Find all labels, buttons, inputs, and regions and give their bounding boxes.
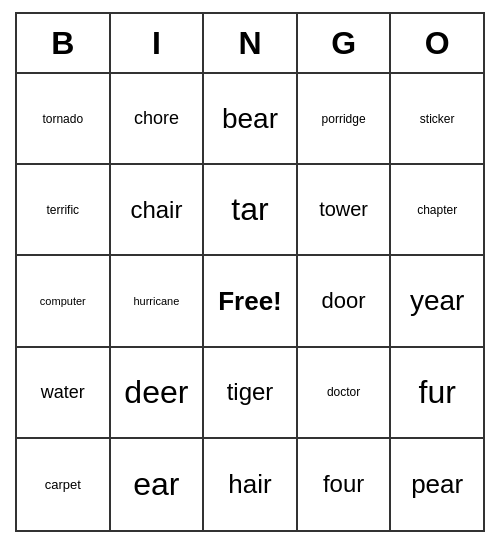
- bingo-cell: hurricane: [111, 256, 205, 347]
- cell-text: terrific: [46, 203, 79, 217]
- bingo-row: tornadochorebearporridgesticker: [17, 74, 483, 165]
- bingo-cell: computer: [17, 256, 111, 347]
- header-cell: N: [204, 14, 298, 74]
- cell-text: pear: [411, 469, 463, 500]
- bingo-cell: porridge: [298, 74, 392, 165]
- bingo-cell: hair: [204, 439, 298, 530]
- cell-text: bear: [222, 103, 278, 135]
- bingo-cell: chapter: [391, 165, 483, 256]
- bingo-row: computerhurricaneFree!dooryear: [17, 256, 483, 347]
- bingo-cell: door: [298, 256, 392, 347]
- bingo-card: BINGO tornadochorebearporridgestickerter…: [15, 12, 485, 532]
- cell-text: tower: [319, 198, 368, 221]
- cell-text: carpet: [45, 477, 81, 492]
- cell-text: deer: [124, 374, 188, 411]
- bingo-row: carpetearhairfourpear: [17, 439, 483, 530]
- bingo-cell: pear: [391, 439, 483, 530]
- bingo-cell: doctor: [298, 348, 392, 439]
- header-cell: B: [17, 14, 111, 74]
- bingo-cell: tar: [204, 165, 298, 256]
- bingo-cell: deer: [111, 348, 205, 439]
- bingo-cell: chair: [111, 165, 205, 256]
- bingo-cell: bear: [204, 74, 298, 165]
- cell-text: computer: [40, 295, 86, 307]
- cell-text: chapter: [417, 203, 457, 217]
- bingo-cell: Free!: [204, 256, 298, 347]
- cell-text: water: [41, 382, 85, 403]
- header-cell: I: [111, 14, 205, 74]
- cell-text: fur: [419, 374, 456, 411]
- bingo-cell: chore: [111, 74, 205, 165]
- bingo-cell: fur: [391, 348, 483, 439]
- cell-text: chair: [130, 196, 182, 224]
- bingo-cell: tower: [298, 165, 392, 256]
- cell-text: hurricane: [133, 295, 179, 307]
- cell-text: tornado: [42, 112, 83, 126]
- cell-text: hair: [228, 469, 271, 500]
- header-cell: O: [391, 14, 483, 74]
- cell-text: year: [410, 285, 464, 317]
- bingo-body: tornadochorebearporridgestickerterrificc…: [17, 74, 483, 530]
- cell-text: doctor: [327, 385, 360, 399]
- bingo-cell: water: [17, 348, 111, 439]
- bingo-cell: terrific: [17, 165, 111, 256]
- bingo-header: BINGO: [17, 14, 483, 74]
- cell-text: tar: [231, 191, 268, 228]
- bingo-cell: tiger: [204, 348, 298, 439]
- bingo-cell: sticker: [391, 74, 483, 165]
- bingo-row: terrificchairtartowerchapter: [17, 165, 483, 256]
- cell-text: tiger: [227, 378, 274, 406]
- cell-text: ear: [133, 466, 179, 503]
- bingo-row: waterdeertigerdoctorfur: [17, 348, 483, 439]
- bingo-cell: ear: [111, 439, 205, 530]
- bingo-cell: four: [298, 439, 392, 530]
- header-cell: G: [298, 14, 392, 74]
- cell-text: Free!: [218, 286, 282, 317]
- cell-text: porridge: [322, 112, 366, 126]
- bingo-cell: tornado: [17, 74, 111, 165]
- cell-text: sticker: [420, 112, 455, 126]
- cell-text: door: [322, 288, 366, 314]
- cell-text: chore: [134, 108, 179, 129]
- cell-text: four: [323, 470, 364, 498]
- bingo-cell: year: [391, 256, 483, 347]
- bingo-cell: carpet: [17, 439, 111, 530]
